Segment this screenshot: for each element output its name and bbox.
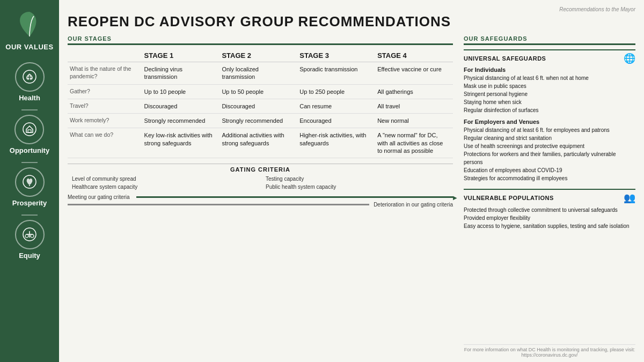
s4-work: New normal — [375, 114, 453, 128]
q5-label: What can we do? — [68, 128, 142, 158]
gating-header: GATING CRITERIA — [68, 166, 453, 173]
sidebar-title: OUR VALUES — [5, 43, 53, 51]
gating-item: Level of community spread — [72, 175, 255, 183]
equity-icon — [15, 220, 45, 249]
employers-title: For Employers and Venues — [464, 119, 635, 125]
s3-pandemic: Sporadic transmission — [297, 62, 375, 85]
prosperity-label: Prosperity — [12, 199, 47, 207]
main-content: Recommendations to the Mayor REOPEN DC A… — [59, 0, 644, 362]
page-title: REOPEN DC ADVISORY GROUP RECOMMENDATIONS — [68, 13, 635, 30]
sidebar-item-opportunity: Opportunity — [10, 115, 49, 154]
prosperity-icon — [15, 167, 45, 197]
employer-item-2: Regular cleaning and strict sanitation — [464, 134, 635, 142]
divider-1 — [21, 109, 38, 110]
s1-do: Key low-risk activities with strong safe… — [142, 128, 220, 158]
q1-label: What is the nature of the pandemic? — [68, 62, 142, 85]
leaf-logo — [19, 11, 40, 38]
universal-header: UNIVERSAL SAFEGUARDS 🌐 — [464, 49, 635, 64]
s4-do: A "new normal" for DC, with all activiti… — [375, 128, 453, 158]
divider-2 — [21, 162, 38, 163]
s1-work: Strongly recommended — [142, 114, 220, 128]
vulnerable-item-1: Protected through collective commitment … — [464, 206, 635, 214]
divider-3 — [21, 215, 38, 216]
health-icon — [15, 62, 45, 92]
backward-arrow-row: Deterioration in our gating criteria — [68, 202, 453, 208]
employers-section: For Employers and Venues Physical distan… — [464, 119, 635, 182]
s2-gather: Up to 50 people — [219, 84, 297, 99]
q2-label: Gather? — [68, 84, 142, 99]
stage3-header: STAGE 3 — [297, 49, 375, 62]
gating-item: Public health system capacity — [266, 183, 449, 191]
safeguards-main-header: OUR SAFEGUARDS — [464, 35, 635, 45]
employer-item-3: Use of health screenings and protective … — [464, 142, 635, 150]
stage4-header: STAGE 4 — [375, 49, 453, 62]
vulnerable-section: Protected through collective commitment … — [464, 206, 635, 230]
individual-item-2: Mask use in public spaces — [464, 82, 635, 90]
s4-pandemic: Effective vaccine or cure — [375, 62, 453, 85]
s1-gather: Up to 10 people — [142, 84, 220, 99]
employer-item-5: Education of employees about COVID-19 — [464, 166, 635, 174]
table-row: Travel? Discouraged Discouraged Can resu… — [68, 99, 453, 113]
right-column: OUR SAFEGUARDS UNIVERSAL SAFEGUARDS 🌐 Fo… — [464, 35, 635, 358]
gating-item: Testing capacity — [266, 175, 449, 183]
stage2-header: STAGE 2 — [219, 49, 297, 62]
stages-table: STAGE 1 STAGE 2 STAGE 3 STAGE 4 What is … — [68, 49, 453, 158]
s2-work: Strongly recommended — [219, 114, 297, 128]
s2-pandemic: Only localized transmission — [219, 62, 297, 85]
svg-point-10 — [31, 234, 34, 238]
backward-arrow-label: Deterioration in our gating criteria — [374, 202, 453, 208]
gray-bar — [68, 204, 369, 205]
s4-travel: All travel — [375, 99, 453, 113]
svg-point-3 — [23, 123, 36, 136]
vulnerable-item-3: Easy access to hygiene, sanitation suppl… — [464, 222, 635, 230]
employer-item-4: Protections for workers and their famili… — [464, 150, 635, 166]
s2-travel: Discouraged — [219, 99, 297, 113]
health-label: Health — [19, 94, 40, 102]
individuals-title: For Individuals — [464, 67, 635, 73]
backward-arrow-bar — [68, 202, 369, 208]
s4-gather: All gatherings — [375, 84, 453, 99]
individual-item-3: Stringent personal hygiene — [464, 90, 635, 98]
gating-section: GATING CRITERIA Level of community sprea… — [68, 161, 453, 208]
individual-item-1: Physical distancing of at least 6 ft. wh… — [464, 74, 635, 82]
s1-travel: Discouraged — [142, 99, 220, 113]
individuals-section: For Individuals Physical distancing of a… — [464, 67, 635, 114]
forward-arrow-row: Meeting our gating criteria — [68, 194, 453, 200]
sidebar-item-prosperity: Prosperity — [12, 167, 47, 207]
sidebar: OUR VALUES Health Opportunity — [0, 0, 59, 362]
s1-pandemic: Declining virus transmission — [142, 62, 220, 85]
table-row: Gather? Up to 10 people Up to 50 people … — [68, 84, 453, 99]
gating-col1: Level of community spread Healthcare sys… — [72, 175, 255, 191]
svg-point-9 — [25, 234, 28, 238]
equity-label: Equity — [19, 252, 40, 260]
employer-item-1: Physical distancing of at least 6 ft. fo… — [464, 126, 635, 134]
stages-header: OUR STAGES — [68, 35, 453, 45]
s3-do: Higher-risk activities, with safeguards — [297, 128, 375, 158]
subtitle: Recommendations to the Mayor — [559, 6, 635, 12]
table-row: What can we do? Key low-risk activities … — [68, 128, 453, 158]
s3-gather: Up to 250 people — [297, 84, 375, 99]
sidebar-item-equity: Equity — [15, 220, 45, 260]
stage1-header: STAGE 1 — [142, 49, 220, 62]
forward-arrow-bar — [136, 195, 453, 200]
people-icon: 👥 — [624, 192, 635, 204]
vulnerable-title: VULNERABLE POPULATIONS — [464, 195, 554, 201]
table-row: What is the nature of the pandemic? Decl… — [68, 62, 453, 85]
opportunity-label: Opportunity — [10, 146, 49, 154]
q3-label: Travel? — [68, 99, 142, 113]
individual-item-4: Staying home when sick — [464, 98, 635, 106]
globe-icon: 🌐 — [624, 53, 635, 64]
vulnerable-header: VULNERABLE POPULATIONS 👥 — [464, 189, 635, 204]
sidebar-item-health: Health — [15, 62, 45, 102]
individual-item-5: Regular disinfection of surfaces — [464, 106, 635, 114]
two-column-layout: OUR STAGES STAGE 1 STAGE 2 STAGE 3 STAGE… — [68, 35, 635, 358]
vulnerable-item-2: Provided employer flexibility — [464, 214, 635, 222]
gating-content: Level of community spread Healthcare sys… — [68, 175, 453, 191]
gating-item: Healthcare system capacity — [72, 183, 255, 191]
table-row: Work remotely? Strongly recommended Stro… — [68, 114, 453, 128]
q4-label: Work remotely? — [68, 114, 142, 128]
forward-arrow-label: Meeting our gating criteria — [68, 194, 132, 200]
universal-title: UNIVERSAL SAFEGUARDS — [464, 55, 546, 62]
s3-work: Encouraged — [297, 114, 375, 128]
gating-col2: Testing capacity Public health system ca… — [266, 175, 449, 191]
